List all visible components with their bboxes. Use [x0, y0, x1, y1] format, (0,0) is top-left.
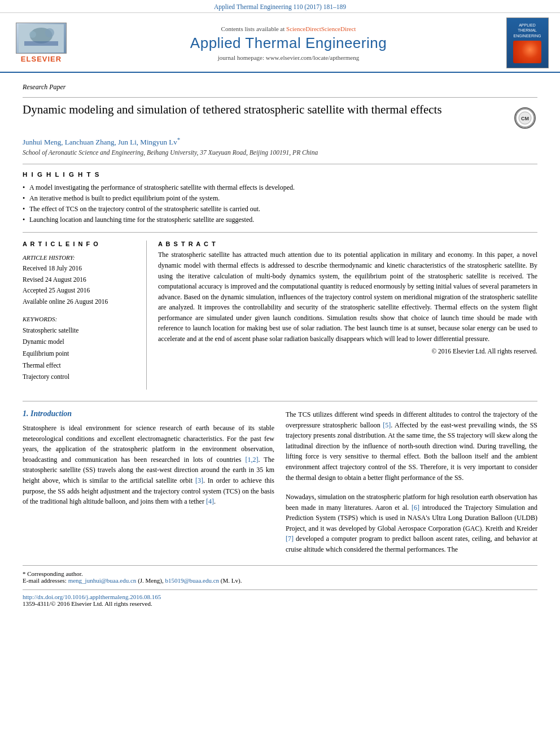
doi-area: http://dx.doi.org/10.1016/j.applthermale…	[23, 589, 537, 607]
keyword-item: Equilibrium point	[23, 348, 137, 360]
ref-6[interactable]: [6]	[412, 504, 419, 512]
email1-link[interactable]: meng_junhui@buaa.edu.cn	[68, 577, 137, 584]
doi-link[interactable]: http://dx.doi.org/10.1016/j.applthermale…	[23, 593, 537, 600]
elsevier-logo-image	[16, 23, 67, 54]
cover-graphic	[513, 41, 541, 63]
ref-1-2[interactable]: [1,2]	[245, 456, 258, 464]
paper-title: Dynamic modeling and simulation of tethe…	[23, 102, 442, 117]
authors: Junhui Meng, Lanchuan Zhang, Jun Li, Min…	[23, 136, 537, 147]
article-history-section: Article history: Received 18 July 2016 R…	[23, 254, 137, 307]
copyright-line: © 2016 Elsevier Ltd. All rights reserved…	[158, 348, 537, 355]
accepted-date: Accepted 25 August 2016	[23, 285, 137, 296]
intro-left-col: 1. Introduction Stratosphere is ideal en…	[23, 409, 274, 555]
paper-type: Research Paper	[23, 83, 537, 91]
affiliation: School of Aeronautic Science and Enginee…	[23, 149, 537, 156]
keyword-item: Dynamic model	[23, 336, 137, 348]
intro-right-text1: The TCS utilizes different wind speeds i…	[286, 409, 537, 483]
keyword-item: Stratospheric satellite	[23, 325, 137, 337]
elsevier-label: ELSEVIER	[21, 55, 62, 63]
contents-line: Contents lists available at ScienceDirec…	[84, 25, 493, 32]
journal-reference: Applied Thermal Engineering 110 (2017) 1…	[0, 0, 560, 13]
journal-cover: APPLIED THERMAL ENGINEERING	[505, 18, 550, 68]
elsevier-logo: ELSEVIER	[10, 23, 72, 63]
article-info-section: A R T I C L E I N F O	[23, 241, 137, 247]
svg-point-3	[29, 31, 36, 38]
issn-line: 1359-4311/© 2016 Elsevier Ltd. All right…	[23, 600, 537, 607]
revised-date: Revised 24 August 2016	[23, 274, 137, 286]
keywords-label: Keywords:	[23, 316, 137, 322]
highlights-header: H I G H L I G H T S	[23, 171, 537, 178]
ref-7[interactable]: [7]	[286, 535, 294, 543]
keywords-list: Stratospheric satellite Dynamic model Eq…	[23, 325, 137, 383]
corresponding-note: * Corresponding author.	[23, 570, 537, 577]
introduction-section: 1. Introduction Stratosphere is ideal en…	[23, 401, 537, 555]
highlight-item: The effect of TCS on the trajectory cont…	[23, 204, 537, 215]
article-info-column: A R T I C L E I N F O Article history: R…	[23, 241, 147, 390]
highlight-item: An iterative method is built to predict …	[23, 193, 537, 204]
svg-text:CM: CM	[521, 116, 529, 121]
ref-5[interactable]: [5]	[383, 421, 391, 429]
crossmark-badge[interactable]: CM	[512, 105, 537, 130]
title-row: Dynamic modeling and simulation of tethe…	[23, 102, 537, 130]
history-label: Article history:	[23, 254, 137, 261]
keywords-section: Keywords: Stratospheric satellite Dynami…	[23, 316, 137, 383]
abstract-label: A B S T R A C T	[158, 241, 537, 247]
journal-homepage: journal homepage: www.elsevier.com/locat…	[84, 54, 493, 61]
keyword-item: Thermal effect	[23, 360, 137, 372]
email2-link[interactable]: b15019@buaa.edu.cn	[165, 577, 219, 584]
email-note: E-mail addresses: meng_junhui@buaa.edu.c…	[23, 577, 537, 584]
svg-rect-2	[24, 41, 58, 46]
abstract-text: The stratospheric satellite has attracte…	[158, 250, 537, 344]
sciencedirect-link[interactable]: ScienceDirect	[286, 25, 321, 32]
email2-name: (M. Lv).	[221, 577, 242, 584]
received-date: Received 18 July 2016	[23, 263, 137, 274]
abstract-column: A B S T R A C T The stratospheric satell…	[158, 241, 537, 390]
researched-word: researched	[151, 456, 180, 464]
svg-point-4	[45, 28, 54, 37]
intro-left-text: Stratosphere is ideal environment for sc…	[23, 423, 274, 507]
journal-title: Applied Thermal Engineering	[84, 34, 493, 52]
journal-header-center: Contents lists available at ScienceDirec…	[72, 25, 505, 61]
highlights-list: A model investigating the performance of…	[23, 182, 537, 225]
article-info-label: A R T I C L E I N F O	[23, 241, 137, 247]
intro-right-col: The TCS utilizes different wind speeds i…	[286, 409, 537, 555]
available-date: Available online 26 August 2016	[23, 296, 137, 308]
journal-header: ELSEVIER Contents lists available at Sci…	[0, 13, 560, 73]
cover-text: APPLIED THERMAL ENGINEERING	[513, 23, 541, 38]
article-info-abstract: A R T I C L E I N F O Article history: R…	[23, 241, 537, 390]
crossmark-icon: CM	[514, 107, 536, 129]
ref-3[interactable]: [3]	[195, 477, 203, 484]
highlight-item: A model investigating the performance of…	[23, 182, 537, 193]
journal-cover-image: APPLIED THERMAL ENGINEERING	[506, 18, 549, 68]
email-label: E-mail addresses:	[23, 577, 67, 584]
ref-4[interactable]: [4]	[206, 497, 214, 505]
keyword-item: Trajectory control	[23, 371, 137, 383]
intro-heading: 1. Introduction	[23, 409, 274, 418]
email1-name: (J. Meng),	[138, 577, 164, 584]
intro-two-col: 1. Introduction Stratosphere is ideal en…	[23, 409, 537, 555]
paper-body: Research Paper Dynamic modeling and simu…	[0, 73, 560, 618]
intro-right-text2: Nowadays, simulation on the stratospheri…	[286, 492, 537, 555]
highlight-item: Launching location and launching time fo…	[23, 215, 537, 225]
footnote-area: * Corresponding author. E-mail addresses…	[23, 565, 537, 584]
